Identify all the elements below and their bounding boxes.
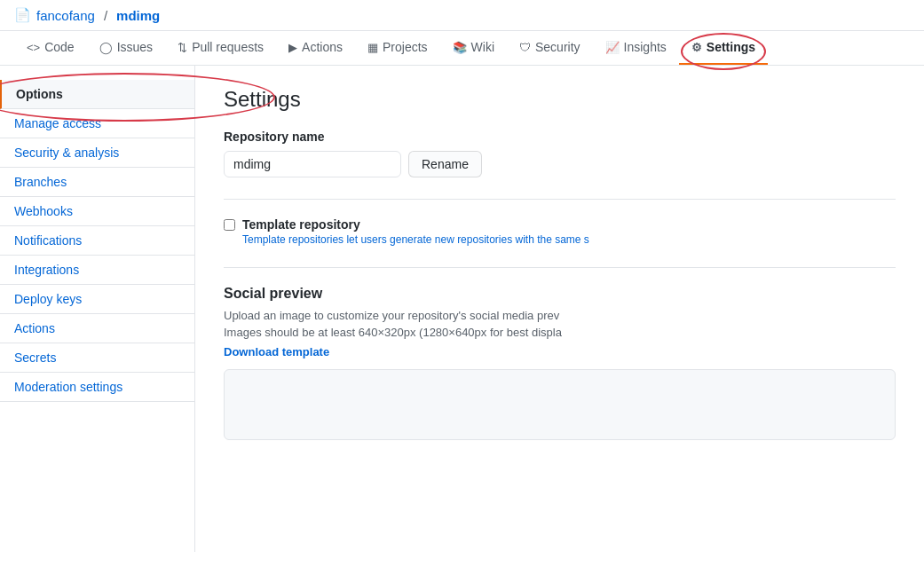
settings-title: Settings (224, 87, 896, 112)
sidebar-item-manage-access[interactable]: Manage access (0, 109, 194, 138)
divider-1 (224, 199, 896, 200)
sidebar-item-deploy-keys[interactable]: Deploy keys (0, 285, 194, 314)
template-repo-text: Template repository Template repositorie… (242, 217, 589, 246)
tab-projects-label: Projects (383, 40, 428, 54)
insights-icon: 📈 (605, 41, 620, 54)
template-repo-checkbox[interactable] (224, 219, 235, 231)
wiki-icon: 📚 (453, 41, 467, 54)
sidebar-item-options[interactable]: Options (0, 80, 194, 109)
divider-2 (224, 267, 896, 268)
tab-insights[interactable]: 📈 Insights (593, 31, 679, 65)
template-checkbox-row: Template repository Template repositorie… (224, 217, 896, 246)
repo-name-row: Rename (224, 151, 896, 177)
tab-insights-label: Insights (624, 40, 667, 54)
sidebar-item-security-analysis[interactable]: Security & analysis (0, 138, 194, 168)
sidebar-item-actions[interactable]: Actions (0, 314, 194, 343)
rename-button[interactable]: Rename (408, 151, 482, 177)
actions-icon: ▶ (288, 41, 297, 54)
sidebar-item-branches[interactable]: Branches (0, 168, 194, 197)
tab-actions[interactable]: ▶ Actions (276, 31, 355, 65)
tab-code[interactable]: <> Code (14, 31, 87, 65)
tab-issues-label: Issues (117, 40, 153, 54)
social-preview-box (224, 369, 896, 440)
main-content: Options Manage access Security & analysi… (0, 66, 924, 552)
template-repo-label[interactable]: Template repository (242, 217, 360, 232)
tab-security[interactable]: 🛡 Security (507, 31, 593, 65)
sidebar-item-moderation-settings[interactable]: Moderation settings (0, 373, 194, 402)
nav-tabs: <> Code ◯ Issues ⇅ Pull requests ▶ Actio… (0, 31, 924, 66)
pr-icon: ⇅ (178, 41, 187, 54)
social-preview-title: Social preview (224, 286, 896, 302)
projects-icon: ▦ (367, 41, 378, 54)
social-preview-detail: Images should be at least 640×320px (128… (224, 326, 896, 339)
separator: / (104, 8, 107, 23)
code-icon: <> (27, 41, 40, 54)
tab-code-label: Code (44, 40, 74, 54)
tab-settings-label: Settings (707, 40, 755, 54)
security-icon: 🛡 (519, 41, 531, 54)
sidebar-item-notifications[interactable]: Notifications (0, 226, 194, 256)
tab-wiki[interactable]: 📚 Wiki (440, 31, 507, 65)
settings-icon: ⚙ (691, 41, 702, 54)
sidebar-item-webhooks[interactable]: Webhooks (0, 197, 194, 226)
tab-pull-requests-label: Pull requests (192, 40, 264, 54)
tab-issues[interactable]: ◯ Issues (87, 31, 165, 65)
options-ellipse-container: Options (0, 80, 194, 109)
repo-name-link[interactable]: mdimg (116, 8, 160, 23)
tab-wiki-label: Wiki (471, 40, 494, 54)
tab-actions-label: Actions (302, 40, 343, 54)
tab-pull-requests[interactable]: ⇅ Pull requests (165, 31, 276, 65)
tab-projects[interactable]: ▦ Projects (355, 31, 440, 65)
sidebar: Options Manage access Security & analysi… (0, 66, 195, 552)
repo-title: 📄 fancofang / mdimg (14, 7, 160, 23)
sidebar-item-secrets[interactable]: Secrets (0, 343, 194, 373)
tab-security-label: Security (535, 40, 580, 54)
repo-owner-link[interactable]: fancofang (36, 8, 95, 23)
sidebar-item-integrations[interactable]: Integrations (0, 256, 194, 285)
issues-icon: ◯ (99, 41, 113, 54)
top-bar: 📄 fancofang / mdimg (0, 0, 924, 31)
template-repo-section: Template repository Template repositorie… (224, 217, 896, 246)
social-preview-section: Social preview Upload an image to custom… (224, 286, 896, 440)
social-preview-desc: Upload an image to customize your reposi… (224, 309, 896, 322)
template-repo-description: Template repositories let users generate… (242, 233, 589, 246)
repo-icon: 📄 (14, 7, 31, 23)
repo-name-input[interactable] (224, 151, 401, 177)
download-template-link[interactable]: Download template (224, 345, 329, 358)
repo-name-section: Repository name Rename (224, 130, 896, 177)
repo-name-label: Repository name (224, 130, 896, 144)
settings-content: Settings Repository name Rename Template… (195, 66, 924, 552)
tab-settings[interactable]: ⚙ Settings (679, 31, 768, 65)
